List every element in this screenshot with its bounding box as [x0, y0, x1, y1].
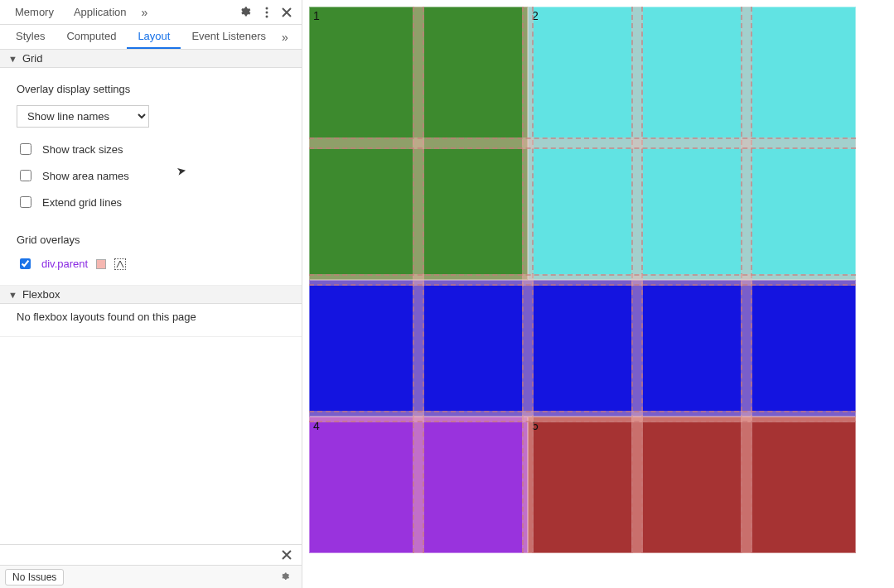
checkbox-area-names-row[interactable]: Show area names [17, 162, 285, 189]
gear-icon[interactable] [237, 2, 257, 22]
grid-item-5: 5 [528, 417, 856, 553]
grid-item-2: 2 [528, 7, 856, 280]
subtab-event-listeners[interactable]: Event Listeners [181, 25, 277, 49]
grid-item-label: 2 [532, 9, 539, 22]
section-header-grid[interactable]: ▼ Grid [0, 50, 302, 68]
flexbox-empty-message: No flexbox layouts found on this page [17, 311, 285, 323]
overlay-selector-label[interactable]: div.parent [41, 258, 88, 270]
checkbox-extend-lines-label: Extend grid lines [42, 196, 122, 209]
subtab-computed[interactable]: Computed [56, 25, 127, 49]
svg-point-0 [266, 7, 268, 9]
grid-item-1: 1 [309, 7, 528, 280]
section-title-grid: Grid [22, 52, 43, 65]
checkbox-track-sizes-row[interactable]: Show track sizes [17, 136, 285, 162]
chevron-down-icon: ▼ [8, 290, 17, 300]
svg-point-1 [266, 11, 268, 13]
grid-item-label: 4 [313, 419, 320, 432]
sub-tab-bar: Styles Computed Layout Event Listeners » [0, 25, 302, 50]
close-icon[interactable] [277, 2, 297, 22]
gear-icon[interactable] [277, 567, 297, 587]
checkbox-area-names[interactable] [20, 170, 31, 181]
subtab-layout[interactable]: Layout [127, 25, 181, 49]
checkbox-extend-lines[interactable] [20, 196, 31, 208]
subtab-styles[interactable]: Styles [5, 25, 56, 49]
grid-section-body: Overlay display settings Show line names… [0, 68, 302, 286]
svg-point-2 [266, 15, 268, 17]
grid-overlay-row: div.parent [17, 256, 285, 272]
grid-parent: 1 2 4 5 [309, 7, 856, 553]
tab-memory[interactable]: Memory [5, 6, 64, 18]
issues-chip[interactable]: No Issues [5, 569, 64, 586]
checkbox-overlay-parent[interactable] [20, 258, 31, 269]
section-title-flexbox: Flexbox [22, 288, 60, 301]
overlay-color-swatch[interactable] [96, 259, 106, 269]
close-drawer-icon[interactable] [277, 545, 297, 565]
grid-overlays-heading: Grid overlays [17, 234, 285, 246]
checkbox-track-sizes-label: Show track sizes [42, 143, 123, 156]
checkbox-area-names-label: Show area names [42, 170, 129, 182]
subtabs-overflow-icon[interactable]: » [277, 31, 293, 44]
tabs-overflow-icon[interactable]: » [137, 6, 153, 19]
grid-item-label: 5 [532, 419, 539, 432]
overlay-settings-heading: Overlay display settings [17, 83, 285, 95]
grid-item-4: 4 [309, 417, 528, 553]
kebab-icon[interactable] [257, 2, 277, 22]
chevron-down-icon: ▼ [8, 54, 17, 64]
flexbox-section-body: No flexbox layouts found on this page [0, 304, 302, 337]
checkbox-track-sizes[interactable] [20, 143, 31, 155]
section-header-flexbox[interactable]: ▼ Flexbox [0, 286, 302, 304]
grid-item-label: 1 [313, 9, 320, 22]
devtools-sidebar: Memory Application » Styles Computed Lay… [0, 0, 302, 588]
tab-application[interactable]: Application [64, 6, 137, 18]
page-preview: 1 2 4 5 [302, 0, 894, 588]
checkbox-extend-lines-row[interactable]: Extend grid lines [17, 189, 285, 215]
reveal-element-icon[interactable] [114, 258, 126, 270]
grid-item-3 [309, 280, 856, 417]
line-names-dropdown[interactable]: Show line names [17, 105, 149, 128]
bottom-bar: No Issues [0, 544, 302, 588]
top-tab-bar: Memory Application » [0, 0, 302, 25]
